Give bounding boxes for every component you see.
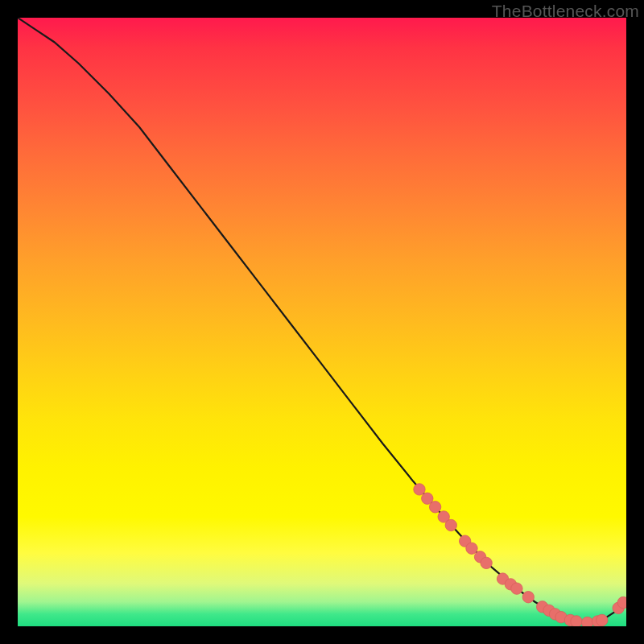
data-point (466, 543, 477, 554)
data-point (571, 616, 582, 626)
data-point (429, 502, 440, 513)
data-point (481, 557, 492, 568)
data-point (414, 484, 425, 495)
data-point (581, 617, 592, 626)
data-point (617, 597, 626, 608)
data-point (511, 583, 522, 594)
curve-line (18, 18, 626, 622)
chart-svg (18, 18, 626, 626)
data-point (597, 614, 608, 625)
data-point (445, 519, 456, 530)
curve-markers (414, 484, 626, 626)
data-point (522, 592, 534, 603)
